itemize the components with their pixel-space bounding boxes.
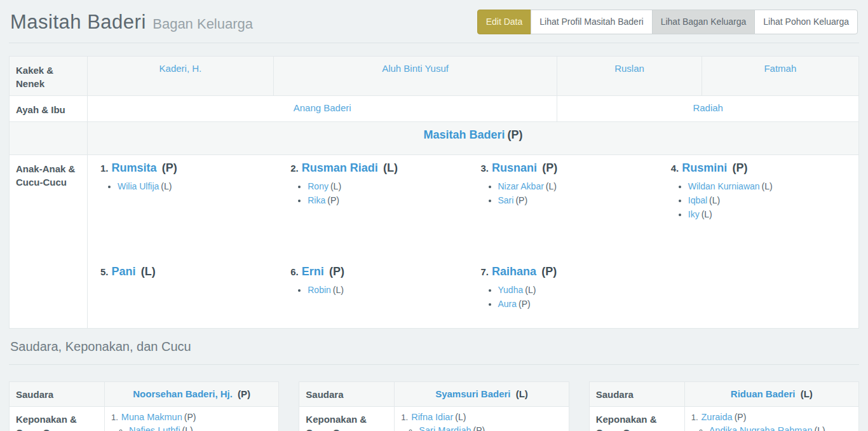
child-gender: (P): [542, 161, 557, 174]
grandchild-link[interactable]: Rika: [308, 195, 325, 205]
father-link[interactable]: Anang Baderi: [294, 102, 351, 113]
grandchild-link[interactable]: Iky: [688, 209, 700, 219]
nephews-label: Keponakan & Cucu-Cucu: [10, 407, 105, 431]
page: Masitah Baderi Bagan Keluarga Edit Data …: [0, 0, 868, 431]
view-chart-button[interactable]: Lihat Bagan Keluarga: [652, 10, 756, 34]
sibling-name-row: Saudara Syamsuri Baderi (L): [299, 382, 569, 407]
child-name-link[interactable]: Pani: [112, 265, 136, 278]
grandchild-gender: (L): [525, 285, 536, 295]
sibling-name-cell: Syamsuri Baderi (L): [395, 382, 569, 407]
grandparent-cell: Aluh Binti Yusuf: [273, 57, 557, 96]
page-title: Masitah Baderi: [10, 11, 146, 33]
grandparent-link-2[interactable]: Aluh Binti Yusuf: [382, 63, 449, 74]
grandchild-link[interactable]: Sari: [498, 195, 514, 205]
nephew-name-link[interactable]: Rifna Idiar: [411, 412, 453, 422]
sibling-gender: (L): [801, 388, 813, 399]
child-heading: 4.Rusmini (P): [671, 161, 853, 175]
grandparent-link-1[interactable]: Kaderi, H.: [159, 63, 202, 74]
child-item: 5.Pani (L): [93, 265, 283, 313]
children-grid: 1.Rumsita (P) Wilia Ulfija(L) 2.Rusman R…: [93, 161, 853, 313]
row-parents: Ayah & Ibu Anang Baderi Radiah: [10, 96, 859, 122]
child-item: 7.Raihana (P) Yudha(L) Aura(P): [473, 265, 663, 313]
grandchild-item: Rony(L): [308, 182, 473, 191]
child-gender: (P): [329, 265, 344, 278]
grandparent-cell: Fatmah: [702, 57, 858, 96]
grandchild-gender: (L): [709, 195, 720, 205]
view-tree-button[interactable]: Lihat Pohon Keluarga: [754, 10, 858, 34]
sibling-name-link[interactable]: Riduan Baderi: [731, 388, 796, 399]
nephew-children-list: Sari Mardiah(P): [401, 425, 562, 431]
child-number: 2.: [290, 163, 299, 174]
sibling-name-cell: Noorsehan Baderi, Hj. (P): [105, 382, 279, 407]
edit-data-button[interactable]: Edit Data: [477, 10, 532, 34]
grandchild-link[interactable]: Aura: [498, 299, 517, 309]
nephews-label: Keponakan & Cucu-Cucu: [589, 407, 684, 431]
grandchild-item: Iqbal(L): [688, 196, 853, 205]
child-name-link[interactable]: Rusman Riadi: [302, 161, 378, 174]
grandparent-link-4[interactable]: Fatmah: [764, 63, 796, 74]
sibling-name-link[interactable]: Syamsuri Baderi: [435, 388, 510, 399]
grandchild-gender: (P): [515, 195, 527, 205]
nephew-child-item: Andika Nugraha Rahman(L): [709, 425, 852, 431]
child-name-link[interactable]: Rumsita: [112, 161, 157, 174]
nephews-cell: 1.Zuraida(P) Andika Nugraha Rahman(L): [684, 407, 858, 431]
page-header: Masitah Baderi Bagan Keluarga Edit Data …: [9, 0, 859, 43]
nephew-child-link[interactable]: Nafies Luthfi: [129, 425, 180, 431]
nephews-label: Keponakan & Cucu-Cucu: [299, 407, 395, 431]
grandparent-link-3[interactable]: Ruslan: [614, 63, 644, 74]
row-self: Masitah Baderi (P): [10, 122, 859, 155]
grandchild-link[interactable]: Wilia Ulfija: [118, 181, 159, 191]
nephews-row: Keponakan & Cucu-Cucu 1.Muna Makmun(P) N…: [10, 407, 279, 431]
row-children: Anak-Anak & Cucu-Cucu 1.Rumsita (P) Wili…: [10, 155, 859, 329]
nephew-children-list: Andika Nugraha Rahman(L): [691, 425, 852, 431]
sibling-cards: Saudara Noorsehan Baderi, Hj. (P) Kepona…: [9, 381, 859, 431]
nephew-gender: (L): [455, 412, 466, 422]
grandchild-gender: (L): [762, 181, 773, 191]
page-title-wrap: Masitah Baderi Bagan Keluarga: [10, 11, 253, 34]
child-name-link[interactable]: Raihana: [492, 265, 536, 278]
nephew-child-link[interactable]: Sari Mardiah: [419, 425, 471, 431]
nephew-name-link[interactable]: Muna Makmun: [121, 412, 182, 422]
sibling-name-link[interactable]: Noorsehan Baderi, Hj.: [133, 388, 233, 399]
nephew-child-link[interactable]: Andika Nugraha Rahman: [709, 425, 813, 431]
child-gender: (P): [162, 161, 177, 174]
mother-link[interactable]: Radiah: [693, 102, 723, 113]
nephew-number: 1.: [401, 413, 408, 422]
child-name-link[interactable]: Rusmini: [682, 161, 727, 174]
child-name-link[interactable]: Rusnani: [492, 161, 537, 174]
grandchild-item: Rika(P): [308, 196, 473, 205]
child-heading: 2.Rusman Riadi (L): [290, 161, 473, 175]
child-item: 1.Rumsita (P) Wilia Ulfija(L): [93, 161, 283, 265]
grandchild-link[interactable]: Nizar Akbar: [498, 181, 544, 191]
self-cell: Masitah Baderi (P): [88, 122, 859, 155]
nephew-child-gender: (L): [182, 425, 193, 431]
row-label-self-empty: [10, 122, 88, 155]
sibling-card: Saudara Syamsuri Baderi (L) Keponakan & …: [299, 381, 569, 431]
grandchild-link[interactable]: Iqbal: [688, 195, 707, 205]
child-number: 4.: [671, 163, 679, 174]
nephew-number: 1.: [691, 413, 698, 422]
view-profile-button[interactable]: Lihat Profil Masitah Baderi: [531, 10, 652, 34]
grandchild-link[interactable]: Rony: [308, 181, 329, 191]
father-cell: Anang Baderi: [88, 96, 557, 122]
nephews-row: Keponakan & Cucu-Cucu 1.Rifna Idiar(L) S…: [299, 407, 569, 431]
nephew-gender: (P): [184, 412, 196, 422]
child-gender: (L): [383, 161, 398, 174]
child-heading: 1.Rumsita (P): [100, 161, 283, 175]
nephew-child-gender: (P): [473, 425, 485, 431]
child-item: 3.Rusnani (P) Nizar Akbar(L) Sari(P): [473, 161, 663, 265]
child-name-link[interactable]: Erni: [302, 265, 324, 278]
nephew-child-item: Sari Mardiah(P): [419, 425, 562, 431]
child-gender: (P): [541, 265, 557, 278]
grandchildren-list: Wilia Ulfija(L): [100, 182, 283, 191]
self-name-link[interactable]: Masitah Baderi: [423, 128, 505, 141]
child-heading: 7.Raihana (P): [481, 265, 663, 278]
nephew-name-link[interactable]: Zuraida: [702, 412, 733, 422]
grandchild-link[interactable]: Wildan Kurniawan: [688, 181, 760, 191]
grandchild-item: Yudha(L): [498, 285, 663, 295]
nephews-cell: 1.Muna Makmun(P) Nafies Luthfi(L): [105, 407, 279, 431]
child-gender: (P): [732, 161, 747, 174]
grandchild-link[interactable]: Robin: [308, 285, 331, 295]
grandchild-gender: (L): [330, 181, 341, 191]
grandchild-link[interactable]: Yudha: [498, 285, 524, 295]
